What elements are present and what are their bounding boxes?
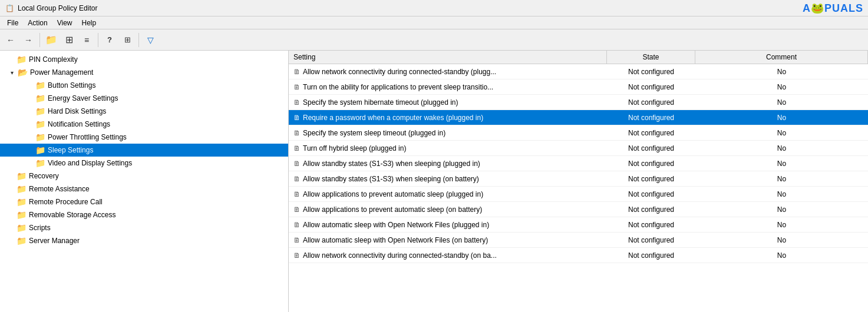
tree-label-power-management: Power Management <box>30 68 93 77</box>
comment-cell-10: No <box>695 204 868 215</box>
help-button[interactable]: ? <box>101 32 118 48</box>
expand-arrow-power: ▾ <box>7 69 16 76</box>
setting-icon-9: 🗎 <box>293 190 301 198</box>
setting-cell-1: 🗎Allow network connectivity during conne… <box>289 67 607 77</box>
list-header: Setting State Comment <box>289 51 868 64</box>
folder-icon: 📁 <box>16 236 27 245</box>
setting-cell-4: 🗎Require a password when a computer wake… <box>289 112 607 123</box>
list-row-7[interactable]: 🗎Allow standby states (S1-S3) when sleep… <box>289 156 868 171</box>
setting-cell-10: 🗎Allow applications to prevent automatic… <box>289 204 607 215</box>
list-row-12[interactable]: 🗎Allow automatic sleep with Open Network… <box>289 233 868 248</box>
setting-cell-11: 🗎Allow automatic sleep with Open Network… <box>289 220 607 230</box>
folder-icon: 📁 <box>16 171 27 181</box>
folder-icon: 📁 <box>16 197 27 207</box>
list-row-3[interactable]: 🗎Specify the system hibernate timeout (p… <box>289 95 868 110</box>
setting-icon-11: 🗎 <box>293 221 301 229</box>
details-button[interactable]: ⊞ <box>61 32 77 48</box>
folder-icon: 📁 <box>35 158 45 168</box>
setting-icon-13: 🗎 <box>293 251 301 260</box>
tree-item-energy-saver[interactable]: 📁 Energy Saver Settings <box>0 92 288 105</box>
state-cell-1: Not configured <box>607 67 695 77</box>
list-row-1[interactable]: 🗎Allow network connectivity during conne… <box>289 64 868 79</box>
tree-item-scripts[interactable]: 📁 Scripts <box>0 221 288 234</box>
tree-item-button-settings[interactable]: 📁 Button Settings <box>0 79 288 92</box>
tree-item-power-management[interactable]: ▾ 📂 Power Management <box>0 66 288 79</box>
tree-item-video-display[interactable]: 📁 Video and Display Settings <box>0 157 288 170</box>
state-cell-12: Not configured <box>607 235 695 245</box>
folder-button[interactable]: 📁 <box>43 32 60 48</box>
folder-icon: 📁 <box>35 132 45 142</box>
state-cell-9: Not configured <box>607 189 695 200</box>
comment-cell-5: No <box>695 128 868 138</box>
tree-item-pin-complexity[interactable]: 📁 PIN Complexity <box>0 53 288 66</box>
tree-item-sleep-settings[interactable]: 📁 Sleep Settings <box>0 144 288 157</box>
list-row-13[interactable]: 🗎Allow network connectivity during conne… <box>289 248 868 263</box>
folder-icon: 📁 <box>16 55 27 64</box>
filter-button[interactable]: ▽ <box>142 32 159 48</box>
header-setting[interactable]: Setting <box>289 51 607 64</box>
comment-cell-13: No <box>695 250 868 261</box>
list-row-9[interactable]: 🗎Allow applications to prevent automatic… <box>289 187 868 202</box>
title-bar: 📋 Local Group Policy Editor A🐸PUALS <box>0 0 868 16</box>
menu-action[interactable]: Action <box>23 18 52 28</box>
state-cell-6: Not configured <box>607 143 695 154</box>
tree-item-remote-procedure[interactable]: 📁 Remote Procedure Call <box>0 195 288 208</box>
list-row-10[interactable]: 🗎Allow applications to prevent automatic… <box>289 202 868 217</box>
tree-item-removable-storage[interactable]: 📁 Removable Storage Access <box>0 208 288 221</box>
list-row-11[interactable]: 🗎Allow automatic sleep with Open Network… <box>289 217 868 233</box>
menu-file[interactable]: File <box>2 18 23 28</box>
comment-cell-8: No <box>695 174 868 184</box>
setting-cell-13: 🗎Allow network connectivity during conne… <box>289 250 607 261</box>
setting-icon-12: 🗎 <box>293 236 301 244</box>
tree-label-scripts: Scripts <box>29 224 51 232</box>
list-row-8[interactable]: 🗎Allow standby states (S1-S3) when sleep… <box>289 171 868 187</box>
folder-icon: 📁 <box>16 223 27 233</box>
folder-icon: 📁 <box>35 120 45 129</box>
forward-button[interactable]: → <box>20 32 37 48</box>
tree-label-remote-assistance: Remote Assistance <box>29 185 90 193</box>
menu-help[interactable]: Help <box>77 18 101 28</box>
folder-icon: 📁 <box>35 94 45 103</box>
setting-icon-1: 🗎 <box>293 68 301 76</box>
header-state[interactable]: State <box>607 51 695 64</box>
setting-icon-5: 🗎 <box>293 129 301 137</box>
folder-icon: 📁 <box>35 81 45 90</box>
list-row-2[interactable]: 🗎Turn on the ability for applications to… <box>289 79 868 95</box>
state-cell-4: Not configured <box>607 112 695 123</box>
tree-label-removable-storage: Removable Storage Access <box>29 211 115 219</box>
comment-cell-11: No <box>695 220 868 230</box>
state-cell-5: Not configured <box>607 128 695 138</box>
menu-bar: File Action View Help <box>0 16 868 29</box>
tree-item-power-throttling[interactable]: 📁 Power Throttling Settings <box>0 131 288 144</box>
toolbar-sep-1 <box>39 33 40 47</box>
state-cell-13: Not configured <box>607 250 695 261</box>
tree-item-notification[interactable]: 📁 Notification Settings <box>0 118 288 131</box>
toolbar-sep-2 <box>98 33 98 47</box>
list-row-6[interactable]: 🗎Turn off hybrid sleep (plugged in)Not c… <box>289 141 868 156</box>
tree-item-hard-disk[interactable]: 📁 Hard Disk Settings <box>0 105 288 118</box>
folder-open-icon: 📂 <box>18 68 28 77</box>
setting-cell-5: 🗎Specify the system sleep timeout (plugg… <box>289 128 607 138</box>
menu-view[interactable]: View <box>52 18 77 28</box>
show-button[interactable]: ⊞ <box>119 32 136 48</box>
setting-cell-2: 🗎Turn on the ability for applications to… <box>289 82 607 92</box>
comment-cell-1: No <box>695 67 868 77</box>
list-row-5[interactable]: 🗎Specify the system sleep timeout (plugg… <box>289 125 868 141</box>
comment-cell-12: No <box>695 235 868 245</box>
setting-icon-10: 🗎 <box>293 205 301 214</box>
tree-item-recovery[interactable]: 📁 Recovery <box>0 170 288 182</box>
list-button[interactable]: ≡ <box>78 32 95 48</box>
header-comment[interactable]: Comment <box>695 51 868 64</box>
state-cell-7: Not configured <box>607 158 695 169</box>
back-button[interactable]: ← <box>2 32 19 48</box>
list-rows: 🗎Allow network connectivity during conne… <box>289 64 868 263</box>
tree-label-remote-procedure: Remote Procedure Call <box>29 198 103 206</box>
tree-label-notification: Notification Settings <box>48 120 110 128</box>
tree-item-remote-assistance[interactable]: 📁 Remote Assistance <box>0 182 288 195</box>
comment-cell-7: No <box>695 158 868 169</box>
tree-label-server-manager: Server Manager <box>29 237 80 245</box>
list-row-4[interactable]: 🗎Require a password when a computer wake… <box>289 110 868 125</box>
tree-panel: 📁 PIN Complexity ▾ 📂 Power Management 📁 … <box>0 51 289 312</box>
tree-item-server-manager[interactable]: 📁 Server Manager <box>0 234 288 247</box>
tree-label-energy-saver: Energy Saver Settings <box>48 94 118 102</box>
